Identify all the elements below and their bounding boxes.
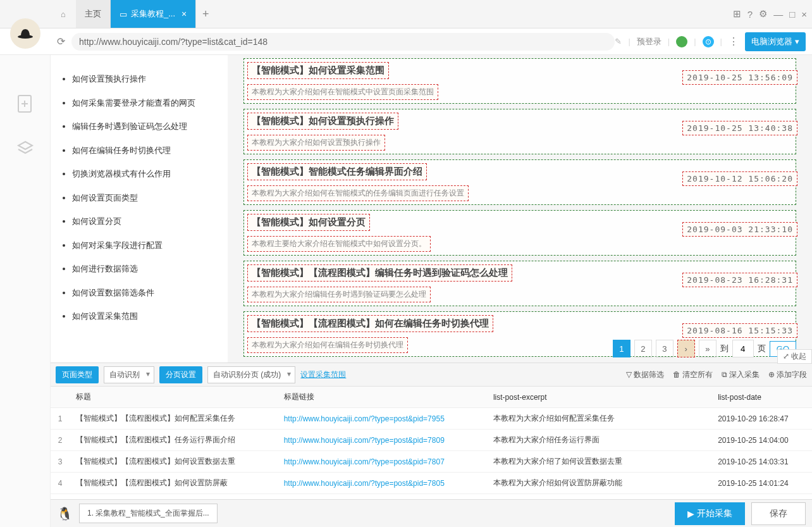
cell-link[interactable]: http://www.houyicaiji.com/?type=post&pid…: [278, 473, 487, 494]
user-avatar[interactable]: [10, 18, 40, 49]
filter-button[interactable]: ▽数据筛选: [626, 369, 664, 380]
article-title[interactable]: 【智能模式】如何设置分页: [247, 214, 370, 231]
url-input[interactable]: [71, 33, 615, 51]
page-jump-input[interactable]: [732, 340, 754, 357]
article-excerpt: 本教程为大家介绍如何在智能模式的任务编辑页面进行任务设置: [247, 185, 469, 201]
article-item[interactable]: 【智能模式】【流程图模式】编辑任务时遇到验证码怎么处理2019-08-23 16…: [243, 261, 796, 306]
deep-collect-button[interactable]: ⧉深入采集: [722, 369, 760, 380]
paging-setting-button[interactable]: 分页设置: [159, 366, 202, 383]
article-item[interactable]: 【智能模式】如何设置采集范围2019-10-25 13:56:09本教程为大家介…: [243, 58, 796, 104]
sidebar-icons: [0, 55, 51, 527]
prelogin-button[interactable]: 预登录: [637, 36, 661, 47]
page-last[interactable]: »: [699, 340, 717, 357]
page-type-button[interactable]: 页面类型: [56, 366, 99, 383]
table-row[interactable]: 1【智能模式】【流程图模式】如何配置采集任务http://www.houyica…: [51, 408, 812, 430]
home-icon[interactable]: ⌂: [51, 0, 76, 28]
save-button[interactable]: 保存: [751, 502, 806, 525]
article-title[interactable]: 【智能模式】【流程图模式】编辑任务时遇到验证码怎么处理: [247, 264, 512, 282]
article-date: 2019-10-25 13:40:38: [682, 121, 797, 135]
cell-excerpt: 本教程为大家介绍任务运行界面: [487, 430, 711, 451]
penguin-icon[interactable]: 🐧: [57, 506, 73, 521]
urlbar: ⟳ ✎ | 预登录 | | | ⋮ 电脑浏览器▾: [0, 28, 812, 55]
pagination: 1 2 3 › » 到 页 GO: [613, 340, 796, 357]
new-file-icon[interactable]: [15, 93, 36, 119]
avatar-wrap: [0, 11, 51, 56]
jump-to-label: 到: [720, 343, 729, 354]
paging-select[interactable]: 自动识别分页 (成功): [207, 366, 295, 383]
close-icon[interactable]: ×: [181, 9, 187, 19]
cell-link[interactable]: http://www.houyicaiji.com/?type=post&pid…: [278, 451, 487, 473]
clear-button[interactable]: 🗑清空所有: [673, 369, 713, 380]
cell-link[interactable]: http://www.houyicaiji.com/?type=post&pid…: [278, 494, 487, 500]
article-item[interactable]: 【智能模式】智能模式任务编辑界面介绍2019-10-12 15:06:20本教程…: [243, 159, 796, 205]
article-item[interactable]: 【智能模式】如何设置预执行操作2019-10-25 13:40:38本教程为大家…: [243, 109, 796, 154]
page-next[interactable]: ›: [677, 340, 695, 357]
titlebar-right: ⊞ ? ⚙ — □ ×: [733, 8, 812, 20]
footer-tab[interactable]: 1. 采集教程_智能模式_全面掌握后...: [79, 504, 218, 523]
cell-excerpt: 本教程为大家介绍如何配置采集任务: [487, 408, 711, 430]
table-header[interactable]: 标题: [70, 387, 278, 408]
status-dot-green[interactable]: [676, 36, 687, 47]
nav-item[interactable]: 如何设置页面类型: [72, 192, 215, 204]
layers-icon[interactable]: [15, 138, 36, 164]
start-collect-button[interactable]: ▶开始采集: [675, 502, 745, 525]
edit-icon[interactable]: ✎: [615, 37, 622, 46]
page-type-select[interactable]: 自动识别: [104, 366, 154, 383]
gift-icon[interactable]: ⊞: [733, 8, 741, 20]
cell-link[interactable]: http://www.houyicaiji.com/?type=post&pid…: [278, 430, 487, 451]
reload-icon[interactable]: ⟳: [57, 35, 65, 47]
cell-excerpt: 本教程为大家介绍了如何设置数据去重: [487, 451, 711, 473]
add-field-button[interactable]: ⊕添加字段: [768, 369, 807, 380]
table-header[interactable]: list-post-date: [711, 387, 812, 408]
table-row[interactable]: 5【智能模式】如何设置采集范围http://www.houyicaiji.com…: [51, 494, 812, 500]
article-title[interactable]: 【智能模式】如何设置预执行操作: [247, 113, 398, 130]
nav-item[interactable]: 切换浏览器模式有什么作用: [72, 168, 215, 180]
help-icon[interactable]: ?: [747, 9, 753, 20]
table-row[interactable]: 2【智能模式】【流程图模式】任务运行界面介绍http://www.houyica…: [51, 430, 812, 451]
link-icon: ⧉: [722, 370, 727, 379]
cell-link[interactable]: http://www.houyicaiji.com/?type=post&pid…: [278, 408, 487, 430]
cell-date: 2019-10-25 14:03:31: [711, 451, 812, 473]
nav-item[interactable]: 如何进行数据筛选: [72, 263, 215, 275]
nav-item[interactable]: 如何设置分页: [72, 215, 215, 228]
titlebar: ⌂ 主页 ▭ 采集教程_... × + ⊞ ? ⚙ — □ ×: [0, 0, 812, 28]
article-excerpt: 本教程为大家介绍如何在智能模式中设置页面采集范围: [247, 84, 438, 100]
close-window-icon[interactable]: ×: [801, 9, 807, 20]
article-title[interactable]: 【智能模式】如何设置采集范围: [247, 62, 389, 79]
nav-item[interactable]: 如何设置采集范围: [72, 310, 215, 323]
cell-title: 【智能模式】【流程图模式】任务运行界面介绍: [70, 430, 278, 451]
tab-home[interactable]: 主页: [76, 0, 111, 28]
status-dot-blue[interactable]: [703, 36, 714, 47]
table-row[interactable]: 3【智能模式】【流程图模式】如何设置数据去重http://www.houyica…: [51, 451, 812, 473]
page-3[interactable]: 3: [656, 340, 674, 357]
page-2[interactable]: 2: [634, 340, 652, 357]
tabs-area: ⌂ 主页 ▭ 采集教程_... × +: [51, 0, 215, 28]
page-1[interactable]: 1: [613, 340, 631, 357]
kebab-menu-icon[interactable]: ⋮: [729, 35, 739, 47]
trash-icon: 🗑: [673, 370, 680, 379]
nav-item[interactable]: 编辑任务时遇到验证码怎么处理: [72, 120, 215, 133]
page-icon: ▭: [120, 9, 127, 19]
bp-toolbar: 页面类型 自动识别 分页设置 自动识别分页 (成功) 设置采集范围 ▽数据筛选 …: [51, 363, 812, 387]
table-row[interactable]: 4【智能模式】【流程图模式】如何设置防屏蔽http://www.houyicai…: [51, 473, 812, 494]
nav-item[interactable]: 如何在编辑任务时切换代理: [72, 144, 215, 157]
browser-mode-button[interactable]: 电脑浏览器▾: [745, 32, 806, 51]
nav-item[interactable]: 如何设置数据筛选条件: [72, 287, 215, 299]
new-tab-button[interactable]: +: [196, 0, 215, 28]
minimize-icon[interactable]: —: [773, 9, 783, 20]
set-range-link[interactable]: 设置采集范围: [300, 369, 346, 380]
tab-active[interactable]: ▭ 采集教程_... ×: [111, 0, 196, 28]
tab-home-label: 主页: [85, 8, 101, 20]
article-title[interactable]: 【智能模式】智能模式任务编辑界面介绍: [247, 163, 427, 180]
article-item[interactable]: 【智能模式】如何设置分页2019-09-03 21:33:10本教程主要给大家介…: [243, 210, 796, 256]
gear-icon[interactable]: ⚙: [759, 8, 767, 20]
nav-item[interactable]: 如何采集需要登录才能查看的网页: [72, 97, 215, 109]
table-header[interactable]: list-post-excerpt: [487, 387, 711, 408]
article-title[interactable]: 【智能模式】【流程图模式】如何在编辑任务时切换代理: [247, 315, 493, 332]
table-header[interactable]: 标题链接: [278, 387, 487, 408]
collapse-button[interactable]: ⤢ 收起: [777, 349, 812, 364]
play-icon: ▶: [687, 509, 694, 519]
nav-item[interactable]: 如何设置预执行操作: [72, 73, 215, 85]
nav-item[interactable]: 如何对采集字段进行配置: [72, 239, 215, 252]
maximize-icon[interactable]: □: [789, 9, 795, 20]
